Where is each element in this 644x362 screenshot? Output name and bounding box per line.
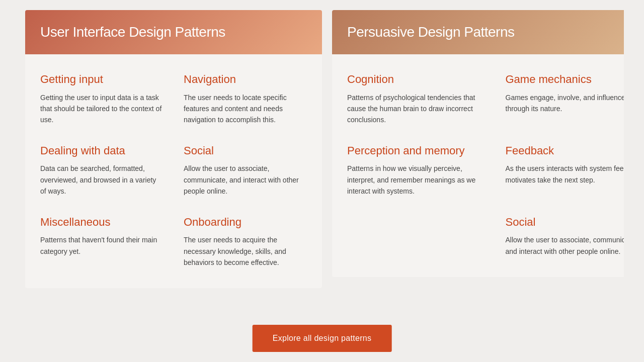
persuasive-category-perception: Perception and memory Patterns in how we… — [337, 136, 496, 207]
ui-panel-header: User Interface Design Patterns — [25, 10, 322, 54]
persuasive-feedback-desc: As the users interacts with system feedb… — [506, 163, 624, 186]
persuasive-game-desc: Games engage, involve, and influence us … — [506, 92, 624, 115]
button-container: Explore all design patterns — [253, 325, 392, 352]
persuasive-social-desc: Allow the user to associate, communicate… — [506, 234, 624, 257]
ui-dealing-data-title: Dealing with data — [40, 144, 164, 158]
ui-getting-input-desc: Getting the user to input data is a task… — [40, 92, 164, 126]
persuasive-perception-title: Perception and memory — [347, 144, 486, 158]
persuasive-category-feedback: Feedback As the users interacts with sys… — [496, 136, 624, 207]
persuasive-feedback-title: Feedback — [506, 144, 624, 158]
ui-getting-input-title: Getting input — [40, 72, 164, 87]
persuasive-panel-title: Persuasive Design Patterns — [347, 24, 515, 40]
persuasive-design-panel: Persuasive Design Patterns Cognition Pat… — [332, 10, 624, 277]
persuasive-perception-desc: Patterns in how we visually perceive, in… — [347, 163, 486, 197]
persuasive-cognition-title: Cognition — [347, 72, 486, 87]
ui-category-navigation: Navigation The user needs to locate spec… — [174, 64, 317, 136]
explore-button[interactable]: Explore all design patterns — [253, 325, 392, 352]
ui-design-panel: User Interface Design Patterns Getting i… — [25, 10, 322, 288]
ui-navigation-desc: The user needs to locate specific featur… — [184, 92, 307, 126]
ui-dealing-data-desc: Data can be searched, formatted, overvie… — [40, 163, 164, 197]
ui-social-desc: Allow the user to associate, communicate… — [184, 163, 307, 197]
ui-panel-title: User Interface Design Patterns — [40, 24, 225, 40]
persuasive-panel-header: Persuasive Design Patterns — [332, 10, 624, 54]
main-container: User Interface Design Patterns Getting i… — [0, 0, 644, 362]
persuasive-category-social: Social Allow the user to associate, comm… — [496, 207, 624, 267]
ui-category-dealing-data: Dealing with data Data can be searched, … — [30, 136, 174, 207]
persuasive-panel-content: Cognition Patterns of psychological tend… — [332, 54, 624, 277]
persuasive-category-empty — [337, 207, 496, 267]
ui-category-onboarding: Onboarding The user needs to acquire the… — [174, 207, 317, 279]
persuasive-game-title: Game mechanics — [506, 72, 624, 87]
persuasive-cognition-desc: Patterns of psychological tendencies tha… — [347, 92, 486, 126]
ui-panel-content: Getting input Getting the user to input … — [25, 54, 322, 288]
persuasive-social-title: Social — [506, 215, 624, 230]
ui-onboarding-desc: The user needs to acquire the necessary … — [184, 234, 307, 268]
ui-category-misc: Miscellaneous Patterns that haven't foun… — [30, 207, 174, 279]
ui-social-title: Social — [184, 144, 307, 158]
ui-onboarding-title: Onboarding — [184, 215, 307, 230]
ui-misc-desc: Patterns that haven't found their main c… — [40, 234, 164, 257]
persuasive-category-game-mechanics: Game mechanics Games engage, involve, an… — [496, 64, 624, 136]
persuasive-category-cognition: Cognition Patterns of psychological tend… — [337, 64, 496, 136]
ui-category-social: Social Allow the user to associate, comm… — [174, 136, 317, 207]
ui-navigation-title: Navigation — [184, 72, 307, 87]
ui-misc-title: Miscellaneous — [40, 215, 164, 230]
persuasive-panel-wrapper: Persuasive Design Patterns Cognition Pat… — [327, 10, 624, 277]
ui-category-getting-input: Getting input Getting the user to input … — [30, 64, 174, 136]
